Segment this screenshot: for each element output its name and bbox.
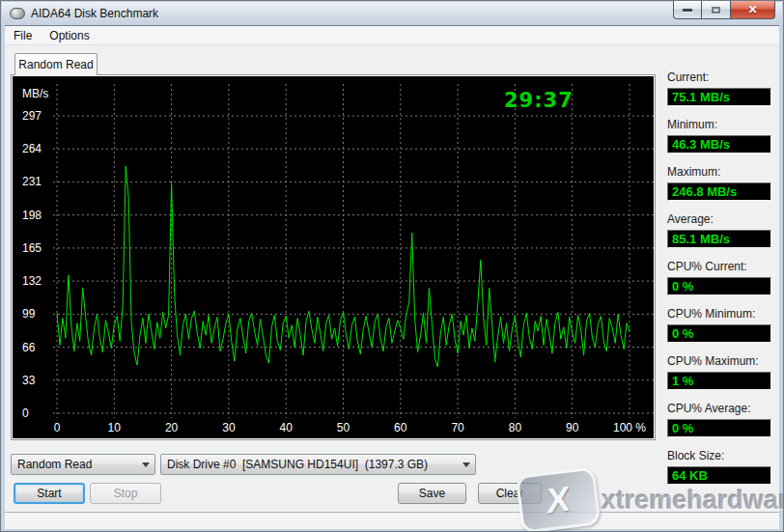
stat-label: Block Size: (667, 449, 773, 463)
stat-group: CPU% Average:0 % (667, 402, 773, 437)
stat-group: Current:75.1 MB/s (667, 70, 773, 106)
disk-icon (10, 8, 25, 19)
stat-label: Maximum: (667, 165, 773, 180)
stat-label: CPU% Maximum: (667, 354, 773, 369)
minimize-button[interactable] (673, 1, 702, 19)
stat-value: 75.1 MB/s (667, 88, 771, 106)
drive-value: Disk Drive #0 [SAMSUNG HD154UI] (1397.3 … (161, 458, 458, 471)
benchmark-type-dropdown[interactable]: Random Read (11, 454, 155, 475)
stat-value: 85.1 MB/s (667, 230, 771, 248)
minimize-icon (683, 9, 692, 12)
close-icon: ✕ (747, 4, 757, 15)
stat-label: CPU% Current: (667, 260, 773, 274)
chart-frame: MB/s033669913216519823126429701020304050… (11, 74, 656, 440)
clear-button[interactable]: Clear (478, 483, 542, 504)
menu-file[interactable]: File (5, 27, 41, 44)
y-tick-label: 132 (22, 274, 42, 288)
close-button[interactable]: ✕ (731, 1, 775, 19)
x-tick-label: 50 (337, 421, 350, 434)
stop-button[interactable]: Stop (90, 483, 161, 504)
x-tick-label: 70 (451, 421, 464, 434)
stat-label: Average: (667, 212, 773, 227)
y-tick-label: 198 (22, 209, 42, 222)
y-tick-label: 66 (22, 341, 36, 354)
chevron-down-icon (137, 459, 154, 471)
chevron-down-icon (458, 459, 475, 471)
stat-group: CPU% Current:0 % (667, 260, 773, 295)
benchmark-chart-svg: MB/s033669913216519823126429701020304050… (13, 76, 654, 438)
stat-value: 1 % (667, 372, 771, 390)
x-tick-label: 20 (165, 421, 179, 434)
y-tick-label: 33 (22, 374, 36, 387)
y-tick-label: 297 (22, 109, 42, 123)
menu-options[interactable]: Options (41, 27, 98, 44)
stat-value: 0 % (667, 324, 771, 343)
benchmark-type-value: Random Read (12, 458, 137, 471)
x-tick-label: 80 (509, 421, 522, 434)
x-tick-label: 40 (280, 421, 294, 434)
save-button[interactable]: Save (398, 483, 466, 504)
title-bar: AIDA64 Disk Benchmark (2, 2, 782, 25)
elapsed-timer: 29:37 (504, 89, 574, 112)
stat-label: CPU% Average: (667, 402, 773, 416)
y-axis-unit-label: MB/s (22, 87, 48, 100)
y-tick-label: 231 (22, 175, 42, 188)
x-tick-label: 90 (566, 421, 579, 434)
y-tick-label: 0 (22, 406, 29, 420)
stat-value: 0 % (667, 419, 771, 437)
status-bar (5, 512, 779, 529)
maximize-button[interactable] (702, 1, 731, 19)
x-tick-label: 100 % (613, 421, 646, 434)
stat-group: CPU% Minimum:0 % (667, 307, 773, 343)
app-window: AIDA64 Disk Benchmark ✕ File Options Ran… (0, 0, 784, 532)
stat-group: Minimum:46.3 MB/s (667, 118, 773, 154)
maximize-icon (712, 7, 720, 14)
x-tick-label: 10 (108, 421, 122, 434)
start-button[interactable]: Start (14, 483, 85, 504)
x-tick-label: 60 (394, 421, 407, 434)
stat-value: 246.8 MB/s (667, 182, 771, 201)
window-controls: ✕ (673, 1, 775, 19)
client-area: File Options Random Read MB/s03366991321… (5, 25, 779, 527)
tab-random-read[interactable]: Random Read (14, 53, 98, 75)
window-title: AIDA64 Disk Benchmark (31, 7, 158, 20)
stat-group: Maximum:246.8 MB/s (667, 165, 773, 201)
x-tick-label: 30 (222, 421, 236, 434)
stats-panel: Current:75.1 MB/sMinimum:46.3 MB/sMaximu… (667, 70, 773, 496)
stat-group: CPU% Maximum:1 % (667, 354, 773, 390)
stat-label: CPU% Minimum: (667, 307, 773, 322)
y-tick-label: 165 (22, 241, 42, 255)
y-tick-label: 264 (22, 142, 42, 155)
menu-bar: File Options (5, 26, 779, 45)
drive-dropdown[interactable]: Disk Drive #0 [SAMSUNG HD154UI] (1397.3 … (160, 454, 476, 475)
stat-label: Current: (667, 70, 773, 85)
y-tick-label: 99 (22, 307, 36, 321)
stat-group: Block Size:64 KB (667, 449, 773, 485)
x-tick-label: 0 (54, 421, 61, 434)
stat-value: 0 % (667, 277, 771, 295)
benchmark-chart: MB/s033669913216519823126429701020304050… (13, 76, 654, 438)
stat-value: 64 KB (667, 466, 771, 485)
stat-label: Minimum: (667, 118, 773, 132)
stat-group: Average:85.1 MB/s (667, 212, 773, 248)
stat-value: 46.3 MB/s (667, 135, 771, 154)
